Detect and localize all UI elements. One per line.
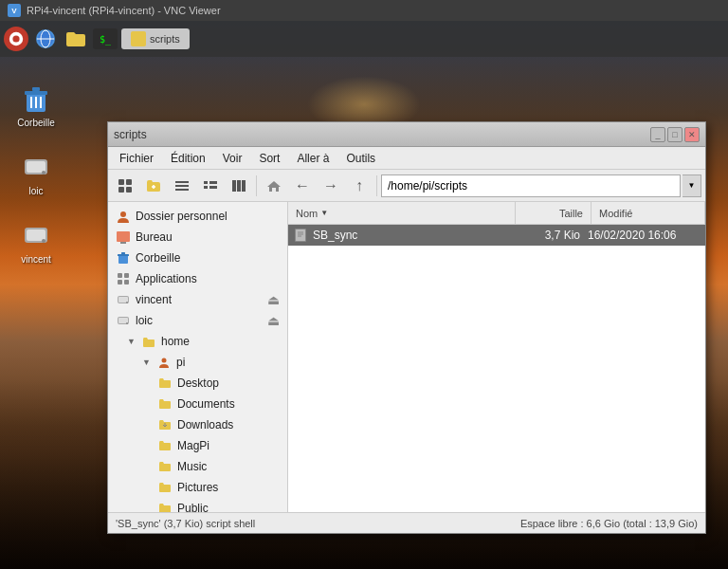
- drive-loic-icon: [116, 313, 131, 328]
- svg-rect-42: [124, 280, 129, 284]
- eject-icon-vincent[interactable]: ⏏: [267, 292, 280, 307]
- documents-folder-icon: [157, 396, 173, 412]
- scripts-label: scripts: [150, 33, 180, 45]
- svg-rect-18: [126, 179, 132, 185]
- col-header-size[interactable]: Taille: [516, 202, 592, 224]
- public-folder-icon: [157, 501, 173, 512]
- sidebar-label: Pictures: [177, 481, 218, 494]
- svg-rect-38: [121, 252, 125, 254]
- file-date: 16/02/2020 16:06: [588, 229, 701, 242]
- svg-rect-26: [204, 181, 208, 184]
- sidebar-item-pictures[interactable]: Pictures: [108, 477, 287, 498]
- address-dropdown[interactable]: ▼: [682, 174, 701, 197]
- sidebar-item-home[interactable]: ▼ home: [108, 331, 287, 352]
- menu-aller-a[interactable]: Aller à: [289, 150, 337, 167]
- desktop-icon-vincent[interactable]: vincent: [8, 220, 64, 265]
- menu-fichier[interactable]: Fichier: [112, 150, 161, 167]
- sidebar-item-loic[interactable]: loic ⏏: [108, 310, 287, 331]
- expand-arrow-pi: ▼: [142, 358, 152, 367]
- minimize-button[interactable]: _: [650, 127, 665, 142]
- status-left: 'SB_sync' (3,7 Kio) script shell: [116, 518, 255, 529]
- svg-point-13: [42, 171, 46, 174]
- raspberry-pi-icon[interactable]: [4, 27, 28, 51]
- magpi-folder-icon: [157, 438, 173, 453]
- applications-icon: [116, 271, 131, 286]
- svg-rect-23: [175, 181, 189, 183]
- desktop-icon-corbeille[interactable]: Corbeille: [8, 83, 64, 128]
- menu-voir[interactable]: Voir: [215, 150, 250, 167]
- svg-rect-7: [32, 87, 40, 91]
- fm-content: Dossier personnel Bureau: [108, 202, 705, 512]
- view-column-button[interactable]: [226, 174, 252, 198]
- back-button[interactable]: ←: [289, 174, 316, 198]
- col-header-modified[interactable]: Modifié: [592, 202, 705, 224]
- vnc-title: RPi4-vincent (RPi4-vincent) - VNC Viewer: [27, 5, 221, 16]
- sidebar-item-public[interactable]: Public: [108, 498, 287, 512]
- sidebar-label: loic: [136, 314, 153, 327]
- sidebar-item-corbeille[interactable]: Corbeille: [108, 248, 287, 268]
- file-row-sb-sync[interactable]: SB_sync 3,7 Kio 16/02/2020 16:06: [288, 225, 705, 246]
- terminal-icon[interactable]: $_: [93, 28, 118, 49]
- loic-label: loic: [28, 186, 43, 196]
- svg-point-16: [42, 239, 46, 243]
- sidebar-label: pi: [176, 356, 185, 369]
- sidebar-item-pi[interactable]: ▼ pi: [108, 352, 287, 373]
- maximize-button[interactable]: □: [667, 127, 682, 142]
- menu-sort[interactable]: Sort: [251, 150, 287, 167]
- close-button[interactable]: ✕: [684, 127, 700, 142]
- sidebar-item-music[interactable]: Music: [108, 456, 287, 477]
- loic-drive-icon: [21, 152, 51, 182]
- sidebar-label: Downloads: [177, 418, 233, 431]
- svg-point-45: [126, 302, 128, 303]
- sidebar-item-documents[interactable]: Documents: [108, 394, 287, 414]
- menu-edition[interactable]: Édition: [163, 150, 213, 167]
- sidebar-label: Corbeille: [136, 251, 180, 265]
- sidebar-item-bureau[interactable]: Bureau: [108, 227, 287, 248]
- svg-rect-30: [232, 180, 236, 192]
- svg-rect-28: [204, 186, 208, 189]
- svg-rect-19: [118, 187, 124, 193]
- fm-toolbar: ← → ↑ /home/pi/scripts ▼: [108, 170, 705, 202]
- svg-rect-29: [209, 186, 217, 189]
- home-folder-icon: [141, 334, 156, 349]
- sidebar-label: vincent: [136, 293, 172, 306]
- menu-outils[interactable]: Outils: [338, 150, 383, 167]
- desktop-taskbar: $_ scripts: [0, 21, 728, 57]
- downloads-folder-icon: [157, 417, 173, 432]
- fm-statusbar: 'SB_sync' (3,7 Kio) script shell Espace …: [108, 512, 705, 533]
- sidebar-item-magpi[interactable]: MagPi: [108, 435, 287, 456]
- sidebar-item-downloads[interactable]: Downloads: [108, 414, 287, 435]
- sidebar-item-desktop[interactable]: Desktop: [108, 373, 287, 394]
- view-list-button[interactable]: [169, 174, 195, 198]
- address-bar[interactable]: /home/pi/scripts: [381, 174, 681, 197]
- new-folder-button[interactable]: [140, 174, 167, 198]
- svg-rect-24: [175, 185, 189, 187]
- sidebar-item-dossier-personnel[interactable]: Dossier personnel: [108, 206, 287, 227]
- svg-rect-25: [175, 189, 189, 191]
- col-header-name[interactable]: Nom ▼: [288, 202, 516, 224]
- bureau-icon: [116, 229, 131, 245]
- sidebar-label: Applications: [136, 272, 197, 285]
- view-icons-button[interactable]: [112, 174, 138, 198]
- sidebar-label: Documents: [177, 397, 235, 411]
- sidebar-label: Desktop: [177, 376, 219, 390]
- view-details-button[interactable]: [197, 174, 224, 198]
- svg-rect-40: [124, 273, 129, 278]
- svg-rect-17: [118, 179, 124, 185]
- desktop-icon-loic[interactable]: loic: [8, 152, 64, 196]
- forward-button[interactable]: →: [318, 174, 344, 198]
- svg-rect-6: [25, 91, 47, 95]
- svg-rect-39: [118, 273, 122, 278]
- scripts-taskbar-button[interactable]: scripts: [121, 28, 190, 49]
- home-button[interactable]: [261, 174, 287, 198]
- sidebar-item-vincent[interactable]: vincent ⏏: [108, 289, 287, 310]
- eject-icon-loic[interactable]: ⏏: [267, 313, 280, 328]
- up-button[interactable]: ↑: [346, 174, 373, 198]
- corbeille-label: Corbeille: [17, 118, 54, 128]
- vnc-icon: V: [8, 4, 21, 17]
- folder-taskbar-icon[interactable]: [63, 26, 89, 52]
- drive-vincent-icon: [116, 292, 131, 307]
- globe-icon[interactable]: [32, 26, 59, 52]
- sidebar-item-applications[interactable]: Applications: [108, 268, 287, 289]
- svg-rect-51: [296, 229, 305, 241]
